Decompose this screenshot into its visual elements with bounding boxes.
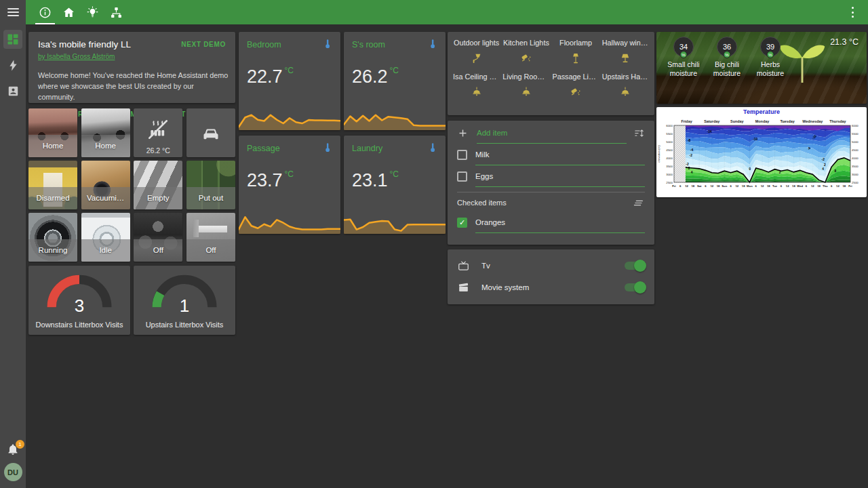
hamburger-icon bbox=[7, 6, 19, 18]
light-outdoor[interactable]: Outdoor lights bbox=[452, 39, 501, 66]
svg-text:Sat: Sat bbox=[697, 184, 702, 188]
author-link[interactable]: by Isabella Gross Alström bbox=[38, 53, 115, 60]
sensor-card-bedroom[interactable]: Bedroom 22.7°C bbox=[239, 32, 340, 130]
tile-car[interactable] bbox=[186, 108, 235, 157]
meteogram-card: Temperature FridaySaturdaySundayMondayTu… bbox=[656, 107, 867, 197]
tab-lights[interactable] bbox=[81, 0, 104, 24]
sidebar-item-dashboard[interactable] bbox=[3, 30, 22, 49]
plant-temperature: 21.3 °C bbox=[830, 37, 859, 47]
sensor-value: 26.2°C bbox=[352, 66, 399, 87]
svg-text:6: 6 bbox=[781, 184, 783, 188]
ceiling-light-icon bbox=[470, 85, 484, 99]
gauge-upstairs-litterbox[interactable]: 1 Upstairs Litterbox Visits bbox=[134, 266, 235, 335]
svg-text:3000: 3000 bbox=[852, 173, 859, 176]
tile-camera-home-1[interactable]: Home bbox=[28, 108, 77, 157]
svg-text:6: 6 bbox=[705, 184, 707, 188]
svg-text:6: 6 bbox=[679, 184, 682, 188]
item-name[interactable]: Milk bbox=[475, 150, 489, 159]
item-name[interactable]: Eggs bbox=[475, 172, 493, 180]
tile-label: Off bbox=[186, 239, 235, 262]
network-tab-icon bbox=[109, 5, 123, 20]
media-card: Tv Movie system bbox=[448, 249, 654, 304]
light-upstairs-hall[interactable]: Upstairs Hall… bbox=[601, 73, 650, 100]
gauge-downstairs-litterbox[interactable]: 3 Downstairs Litterbox Visits bbox=[28, 266, 130, 335]
svg-text:2: 2 bbox=[779, 171, 781, 174]
movie-system-toggle[interactable] bbox=[625, 283, 645, 291]
tile-washing-machine[interactable]: Running bbox=[28, 213, 77, 262]
sensor-card-laundry[interactable]: Laundry 23.1°C bbox=[344, 136, 446, 234]
hamburger-menu-button[interactable] bbox=[0, 0, 26, 24]
svg-text:18: 18 bbox=[717, 184, 720, 188]
gauge-value: 1 bbox=[134, 296, 235, 317]
tile-vacuum[interactable]: Vacuumi… bbox=[81, 161, 130, 209]
notifications-button[interactable]: 1 bbox=[6, 443, 20, 456]
plant-card[interactable]: 21.3 °C 34% Small chili moisture 36% Big… bbox=[656, 32, 867, 104]
tile-garbage[interactable]: Put out bbox=[186, 161, 235, 209]
svg-text:Sun: Sun bbox=[722, 184, 727, 188]
sensor-unit: °C bbox=[285, 66, 294, 75]
toggle-knob bbox=[634, 281, 646, 293]
svg-text:5000: 5000 bbox=[666, 140, 673, 144]
svg-text:Wed: Wed bbox=[797, 184, 803, 188]
light-isa-ceiling[interactable]: Isa Ceiling Lig… bbox=[452, 73, 501, 100]
tv-toggle[interactable] bbox=[625, 262, 645, 270]
tile-label: Disarmed bbox=[28, 187, 77, 209]
checkbox-oranges[interactable] bbox=[457, 218, 467, 228]
tile-dinner-switch[interactable]: Off bbox=[134, 213, 182, 262]
light-living-room[interactable]: Living Room L… bbox=[501, 73, 551, 100]
clear-checked-icon[interactable] bbox=[633, 197, 645, 209]
next-demo-button[interactable]: NEXT DEMO bbox=[181, 41, 226, 48]
light-passage[interactable]: Passage Lights bbox=[551, 73, 601, 100]
svg-text:12: 12 bbox=[836, 184, 840, 188]
checkbox-milk[interactable] bbox=[457, 150, 467, 160]
sensor-name: S's room bbox=[352, 40, 385, 49]
sensor-card-passage[interactable]: Passage 23.7°C bbox=[239, 136, 340, 234]
entity-name: Tv bbox=[481, 262, 490, 270]
sidebar-item-media[interactable] bbox=[3, 81, 22, 100]
svg-text:18: 18 bbox=[842, 184, 846, 188]
overflow-menu-button[interactable] bbox=[843, 3, 862, 22]
tile-tools-switch[interactable]: Off bbox=[186, 213, 235, 262]
svg-text:3500: 3500 bbox=[852, 165, 859, 168]
wall-sconce-icon bbox=[470, 52, 484, 65]
tab-home[interactable] bbox=[57, 0, 81, 24]
sensor-unit: °C bbox=[390, 169, 399, 179]
tile-label: Home bbox=[81, 135, 130, 157]
add-item-input[interactable] bbox=[477, 129, 627, 137]
item-name[interactable]: Oranges bbox=[475, 218, 505, 226]
svg-text:4: 4 bbox=[691, 171, 693, 174]
svg-text:5500: 5500 bbox=[666, 132, 673, 136]
list-divider bbox=[457, 192, 645, 192]
sort-icon[interactable] bbox=[633, 127, 645, 139]
svg-text:-10: -10 bbox=[753, 138, 757, 141]
svg-text:-8: -8 bbox=[688, 139, 691, 142]
temperature-sparkline bbox=[344, 100, 446, 130]
tile-camera-home-2[interactable]: Home bbox=[81, 108, 130, 157]
tab-network[interactable] bbox=[104, 0, 128, 24]
light-kitchen[interactable]: Kitchen Lights bbox=[501, 39, 551, 66]
user-avatar[interactable]: DU bbox=[4, 463, 22, 481]
svg-text:Sunday: Sunday bbox=[730, 119, 743, 123]
checkbox-eggs[interactable] bbox=[457, 171, 467, 182]
sensor-card-s-room[interactable]: S's room 26.2°C bbox=[344, 32, 446, 130]
sensor-value: 23.7°C bbox=[247, 169, 294, 191]
svg-text:2: 2 bbox=[688, 167, 690, 170]
light-floorlamp[interactable]: Floorlamp bbox=[551, 39, 601, 66]
tile-label: Vacuumi… bbox=[81, 187, 130, 209]
moisture-badge-herbs[interactable]: 39% Herbs moisture bbox=[749, 37, 792, 77]
plus-icon[interactable] bbox=[457, 127, 469, 139]
floor-lamp-icon bbox=[569, 52, 583, 65]
light-hallway-window[interactable]: Hallway wind… bbox=[601, 39, 650, 66]
sidebar-item-energy[interactable] bbox=[3, 56, 22, 75]
svg-text:12: 12 bbox=[710, 184, 713, 188]
lightning-bolt-icon bbox=[7, 59, 20, 72]
tile-radiator-off[interactable]: 26.2 °C bbox=[134, 108, 182, 157]
tile-mailbox[interactable]: Empty bbox=[134, 161, 182, 209]
tile-alarm[interactable]: Disarmed bbox=[28, 161, 77, 209]
svg-text:-2: -2 bbox=[686, 163, 689, 166]
tile-dryer[interactable]: Idle bbox=[81, 213, 130, 262]
tab-overview[interactable] bbox=[33, 0, 57, 24]
moisture-badge-small-chili[interactable]: 34% Small chili moisture bbox=[662, 37, 705, 77]
moisture-badge-big-chili[interactable]: 36% Big chili moisture bbox=[705, 37, 749, 77]
svg-text:elevation (m): elevation (m) bbox=[657, 145, 660, 163]
